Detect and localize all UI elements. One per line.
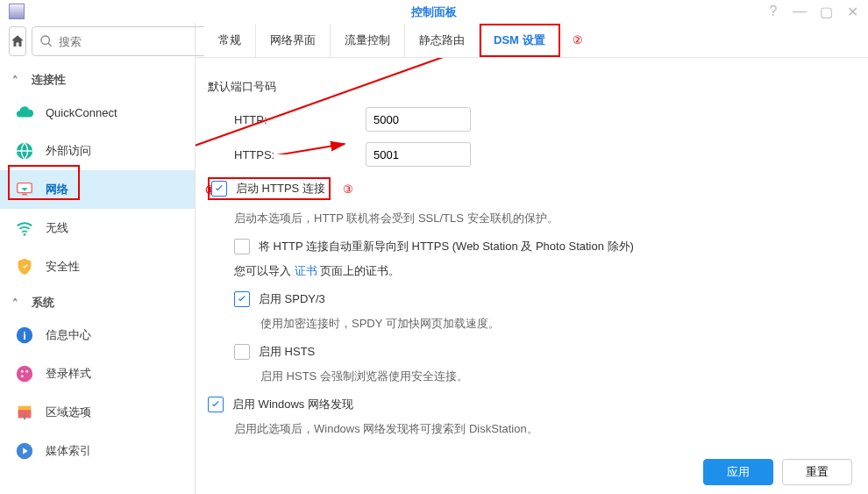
footer: 应用 重置 xyxy=(196,450,868,494)
palette-icon xyxy=(14,363,35,384)
home-button[interactable] xyxy=(9,26,26,56)
search-input-wrapper[interactable] xyxy=(32,26,214,56)
hsts-description: 启用 HSTS 会强制浏览器使用安全连接。 xyxy=(208,369,856,384)
tab-label: DSM 设置 xyxy=(494,33,545,47)
enable-wnd-checkbox[interactable] xyxy=(208,397,224,412)
tabs: 常规 网络界面 流量控制 静态路由 DSM 设置 ② xyxy=(196,23,868,58)
enable-https-label: 启动 HTTPS 连接 xyxy=(236,181,325,197)
sidebar-item-label: 网络 xyxy=(46,182,68,197)
help-button[interactable]: ? xyxy=(766,4,780,20)
content-pane: 常规 网络界面 流量控制 静态路由 DSM 设置 ② 默认端口号码 HTTP: … xyxy=(196,23,868,494)
tab-label: 常规 xyxy=(218,33,241,47)
sidebar-item-external-access[interactable]: 外部访问 xyxy=(0,132,195,170)
chevron-up-icon: ˄ xyxy=(12,74,25,87)
search-input[interactable] xyxy=(59,35,206,48)
group-system[interactable]: ˄ 系统 xyxy=(0,286,195,316)
flag-icon xyxy=(14,402,35,423)
svg-rect-12 xyxy=(24,414,25,419)
https-description: 启动本选项后，HTTP 联机将会受到 SSL/TLS 安全联机的保护。 xyxy=(208,211,856,226)
sidebar-item-label: 区域选项 xyxy=(46,405,91,420)
svg-point-6 xyxy=(17,366,32,382)
tab-dsm-settings[interactable]: DSM 设置 xyxy=(480,24,560,57)
enable-wnd-label: 启用 Windows 网络发现 xyxy=(232,397,353,412)
tab-static-route[interactable]: 静态路由 xyxy=(405,24,480,57)
annotation-box-3: 启动 HTTPS 连接 xyxy=(208,177,331,200)
group-label: 连接性 xyxy=(32,72,66,88)
https-label: HTTPS: xyxy=(234,148,366,161)
spdy-description: 使用加密连接时，SPDY 可加快网页加载速度。 xyxy=(208,316,856,332)
tab-label: 流量控制 xyxy=(345,33,390,47)
tab-traffic-control[interactable]: 流量控制 xyxy=(331,24,405,57)
annotation-marker-2: ② xyxy=(573,33,583,47)
sidebar-item-wireless[interactable]: 无线 xyxy=(0,209,195,247)
apply-button[interactable]: 应用 xyxy=(703,459,773,485)
svg-point-8 xyxy=(25,370,28,373)
group-connectivity[interactable]: ˄ 连接性 xyxy=(0,63,195,93)
cloud-icon xyxy=(14,102,35,123)
sidebar-item-network[interactable]: 网络 ① xyxy=(0,170,195,209)
sidebar-item-label: 安全性 xyxy=(46,259,80,275)
minimize-button[interactable]: — xyxy=(793,4,807,20)
enable-spdy-checkbox[interactable] xyxy=(234,291,250,307)
sidebar-item-quickconnect[interactable]: QuickConnect xyxy=(0,93,195,132)
window-title: 控制面板 xyxy=(411,4,457,20)
sidebar-item-label: 登录样式 xyxy=(46,366,91,382)
tab-label: 静态路由 xyxy=(419,33,465,47)
sidebar-item-label: 信息中心 xyxy=(46,327,91,343)
shield-icon xyxy=(14,256,35,277)
tab-label: 网络界面 xyxy=(270,33,316,47)
sidebar-item-info-center[interactable]: i 信息中心 xyxy=(0,316,195,354)
annotation-marker-3: ③ xyxy=(343,183,353,196)
form-area: 默认端口号码 HTTP: HTTPS: 启动 HTTPS 连接 ③ 启动本选项后… xyxy=(196,58,868,450)
certificate-link[interactable]: 证书 xyxy=(295,264,317,277)
svg-point-9 xyxy=(21,375,24,377)
sidebar-item-media-index[interactable]: 媒体索引 xyxy=(0,432,195,470)
enable-hsts-label: 启用 HSTS xyxy=(259,344,315,360)
svg-point-7 xyxy=(21,370,24,373)
info-icon: i xyxy=(14,325,35,346)
https-port-input[interactable] xyxy=(366,142,471,167)
media-icon xyxy=(14,440,35,462)
close-button[interactable]: ✕ xyxy=(845,4,859,20)
redirect-https-checkbox[interactable] xyxy=(234,239,250,254)
wifi-icon xyxy=(14,218,35,239)
svg-point-3 xyxy=(24,233,26,236)
enable-spdy-label: 启用 SPDY/3 xyxy=(259,291,325,307)
wnd-description: 启用此选项后，Windows 网络发现将可搜索到 DiskStation。 xyxy=(208,421,856,437)
reset-button[interactable]: 重置 xyxy=(782,459,852,485)
sidebar-item-security[interactable]: 安全性 xyxy=(0,247,195,286)
tab-general[interactable]: 常规 xyxy=(204,24,256,57)
redirect-https-label: 将 HTTP 连接自动重新导向到 HTTPS (Web Station 及 Ph… xyxy=(259,239,634,254)
svg-rect-2 xyxy=(22,194,27,196)
home-icon xyxy=(10,33,25,49)
search-icon xyxy=(39,34,53,48)
sidebar-item-login-style[interactable]: 登录样式 xyxy=(0,354,195,393)
sidebar-item-regional-options[interactable]: 区域选项 xyxy=(0,393,195,432)
enable-https-checkbox[interactable] xyxy=(211,181,227,197)
sidebar-item-label: 媒体索引 xyxy=(46,443,91,459)
svg-text:i: i xyxy=(23,329,26,342)
titlebar: 控制面板 ? — ▢ ✕ xyxy=(0,0,868,23)
http-label: HTTP: xyxy=(234,113,366,126)
http-port-input[interactable] xyxy=(366,107,471,132)
tab-network-interface[interactable]: 网络界面 xyxy=(256,24,331,57)
app-icon xyxy=(9,4,25,19)
section-title: 默认端口号码 xyxy=(208,79,856,95)
maximize-button[interactable]: ▢ xyxy=(819,4,833,20)
sidebar-item-label: 无线 xyxy=(46,220,68,236)
globe-icon xyxy=(14,140,35,161)
import-cert-text: 您可以导入 证书 页面上的证书。 xyxy=(208,263,856,279)
sidebar-item-label: 外部访问 xyxy=(46,143,91,159)
sidebar-item-label: QuickConnect xyxy=(46,106,117,119)
sidebar: ˄ 连接性 QuickConnect 外部访问 网络 ① 无线 安全性 ˄ 系统 xyxy=(0,23,196,494)
group-label: 系统 xyxy=(32,295,54,311)
enable-hsts-checkbox[interactable] xyxy=(234,344,250,360)
chevron-up-icon: ˄ xyxy=(12,297,25,310)
network-icon xyxy=(14,179,35,200)
